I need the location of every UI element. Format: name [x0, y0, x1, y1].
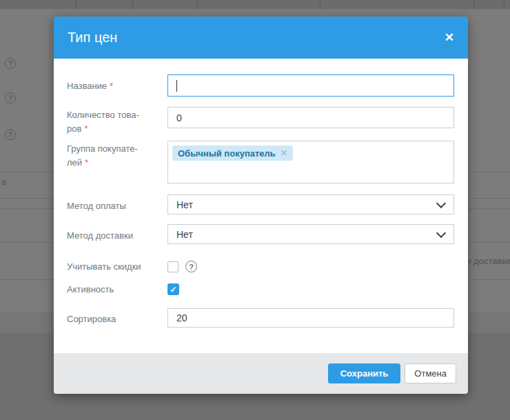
payment-method-select[interactable]: Нет: [167, 194, 454, 214]
required-asterisk: *: [110, 81, 113, 91]
quantity-label: Количество това- ров*: [67, 107, 167, 128]
field-row-payment-method: Метод оплаты Нет: [67, 194, 454, 214]
customer-group-input[interactable]: Обычный покупатель ✕: [167, 141, 454, 183]
page: ? ? ? а при доставке Тип цен ✕ Название*: [0, 0, 510, 420]
quantity-input[interactable]: 0: [167, 107, 454, 128]
background-column-divider: [76, 0, 76, 9]
name-label: Название*: [67, 74, 167, 97]
name-control: [167, 74, 454, 97]
customer-group-tag-label: Обычный покупатель: [178, 148, 276, 159]
field-row-sort-order: Сортировка 20: [67, 308, 454, 328]
sort-order-input-value: 20: [176, 312, 187, 323]
shipping-method-select[interactable]: Нет: [167, 224, 454, 244]
background-column-divider: [504, 0, 504, 9]
required-asterisk: *: [85, 157, 88, 168]
text-caret: [176, 80, 177, 92]
quantity-control: 0: [167, 107, 454, 128]
field-row-active: Активность ✓: [67, 283, 454, 295]
payment-method-selected-value: Нет: [176, 199, 193, 210]
apply-discounts-checkbox[interactable]: [167, 261, 178, 272]
shipping-method-label: Метод доставки: [67, 224, 167, 244]
required-asterisk: *: [84, 123, 88, 134]
payment-method-label: Метод оплаты: [67, 194, 167, 214]
shipping-method-selected-value: Нет: [176, 229, 193, 240]
apply-discounts-label: Учитывать скидки: [67, 260, 167, 274]
shipping-method-control: Нет: [167, 224, 454, 244]
customer-group-label: Группа покупате- лей*: [67, 141, 167, 183]
sort-order-label: Сортировка: [67, 308, 167, 328]
background-column-divider: [320, 0, 320, 9]
background-table-header-band: [0, 0, 510, 10]
modal-header: Тип цен ✕: [54, 17, 468, 59]
modal-title: Тип цен: [68, 30, 117, 46]
field-row-shipping-method: Метод доставки Нет: [67, 224, 454, 244]
active-checkbox[interactable]: ✓: [167, 283, 179, 295]
sort-order-control: 20: [167, 308, 454, 328]
modal-footer: Сохранить Отмена: [54, 353, 468, 394]
help-icon[interactable]: ?: [185, 261, 197, 272]
field-row-quantity: Количество това- ров* 0: [67, 107, 454, 128]
field-row-apply-discounts: Учитывать скидки ?: [67, 261, 454, 272]
field-row-name: Название*: [67, 74, 454, 97]
quantity-input-value: 0: [176, 112, 182, 123]
sort-order-input[interactable]: 20: [167, 308, 454, 328]
tag-remove-icon[interactable]: ✕: [280, 148, 287, 158]
background-column-divider: [473, 0, 474, 9]
save-button[interactable]: Сохранить: [328, 363, 401, 383]
close-icon[interactable]: ✕: [445, 32, 454, 43]
help-icon: ?: [5, 58, 16, 69]
checkmark-icon: ✓: [170, 285, 176, 294]
background-column-divider: [196, 0, 197, 9]
help-icon: ?: [5, 129, 16, 140]
customer-group-tag: Обычный покупатель ✕: [172, 146, 293, 161]
price-type-modal: Тип цен ✕ Название* Количество това- ров…: [54, 17, 468, 394]
background-column-header-fragment: а: [1, 177, 6, 187]
active-label: Активность: [67, 283, 167, 297]
background-column-divider: [132, 0, 133, 9]
customer-group-control: Обычный покупатель ✕: [167, 141, 454, 183]
name-input[interactable]: [167, 74, 454, 97]
field-row-customer-group: Группа покупате- лей* Обычный покупатель…: [67, 141, 454, 183]
help-icon: ?: [5, 92, 16, 103]
cancel-button[interactable]: Отмена: [405, 363, 456, 383]
modal-body: Название* Количество това- ров* 0: [54, 59, 468, 353]
payment-method-control: Нет: [167, 194, 454, 214]
